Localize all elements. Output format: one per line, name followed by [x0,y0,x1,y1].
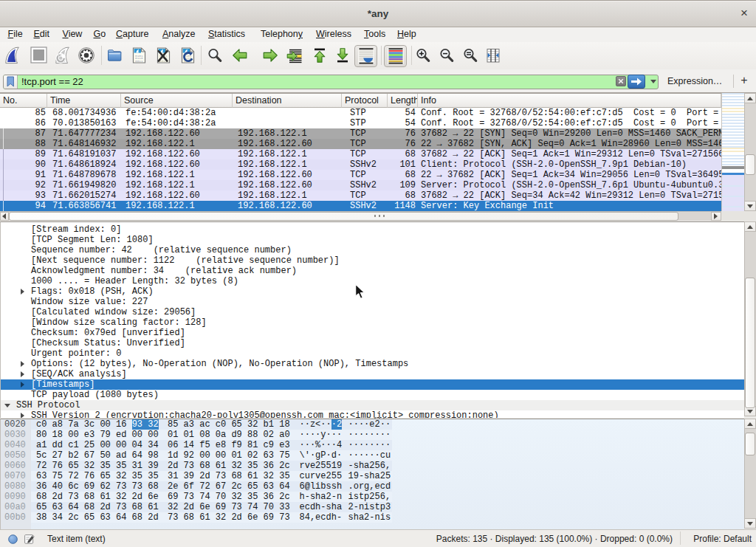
svg-text:0011: 0011 [135,59,143,63]
